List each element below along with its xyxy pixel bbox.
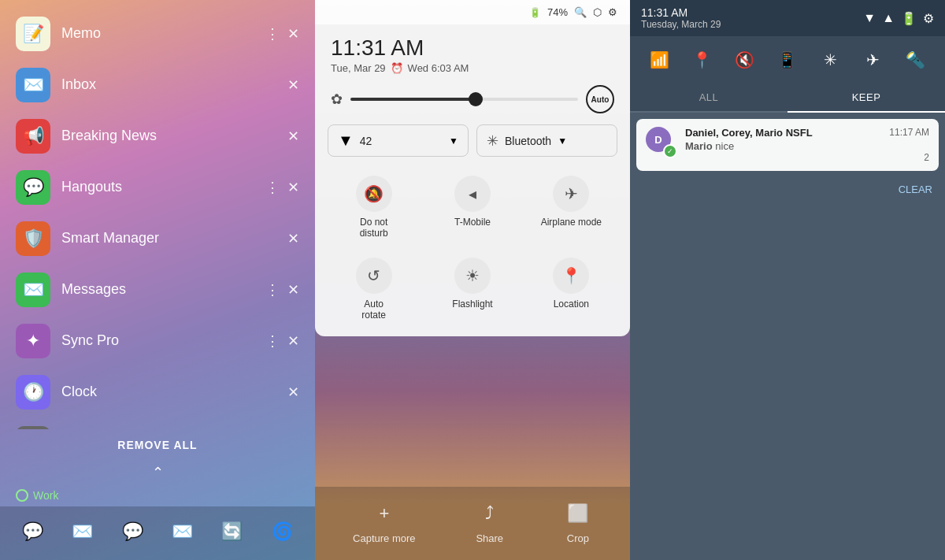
app-icon-inbox: ✉️ [16, 68, 50, 102]
app-item-sync-pro[interactable]: ✦ Sync Pro ⋮ ✕ [0, 315, 315, 366]
app-item-hangouts[interactable]: 💬 Hangouts ⋮ ✕ [0, 161, 315, 213]
bluetooth-icon: ✳ [487, 132, 498, 150]
airplane-quick-icon[interactable]: ✈ [859, 46, 888, 74]
action-label-crop: Crop [567, 532, 589, 544]
app-icon-hangouts: 💬 [16, 170, 50, 205]
flashlight-quick-icon[interactable]: 🔦 [902, 46, 930, 74]
battery-icon: 🔋 [529, 7, 541, 18]
app-name-inbox: Inbox [61, 76, 287, 93]
dock-icon-0[interactable]: 💬 [14, 513, 52, 551]
action-crop[interactable]: ⬜ Crop [564, 499, 592, 544]
dock-icon-1[interactable]: ✉️ [64, 513, 102, 551]
wifi-dropdown-icon[interactable]: ▼ [449, 135, 458, 146]
alarm-time: Wed 6:03 AM [408, 62, 469, 74]
app-item-messages[interactable]: ✉️ Messages ⋮ ✕ [0, 264, 315, 315]
right-status-icons: ▼ ▲ 🔋 ⚙ [863, 11, 934, 26]
tile-icon-auto-rotate: ↺ [356, 258, 392, 294]
bottom-actions: + Capture more ⤴ Share ⬜ Crop [315, 487, 630, 560]
tile-label-location: Location [554, 299, 589, 310]
alarm-icon: ⏰ [391, 62, 403, 74]
close-icon-messages[interactable]: ✕ [287, 281, 299, 299]
close-icon-breaking-news[interactable]: ✕ [287, 128, 299, 145]
tile-location[interactable]: 📍 Location [525, 251, 617, 327]
bluetooth-label: Bluetooth [505, 135, 551, 147]
notification-bar: 🔋 74% 🔍 ⬡ ⚙ [315, 0, 630, 24]
time-sub: Tue, Mar 29 ⏰ Wed 6:03 AM [331, 62, 614, 74]
clear-button[interactable]: CLEAR [630, 177, 945, 202]
app-item-clock[interactable]: 🕐 Clock ✕ [0, 366, 315, 417]
screen-quick-icon[interactable]: 📱 [773, 46, 802, 74]
tile-t-mobile[interactable]: ◂ T-Mobile [426, 169, 518, 245]
bluetooth-block[interactable]: ✳ Bluetooth ▼ [476, 124, 617, 157]
resize-icon-hangouts[interactable]: ⋮ [265, 179, 280, 196]
tile-label-flashlight: Flashlight [452, 299, 492, 310]
tile-icon-airplane: ✈ [553, 176, 589, 212]
date-display: Tue, Mar 29 [331, 62, 386, 74]
settings-icon[interactable]: ⚙ [608, 6, 617, 18]
search-icon[interactable]: 🔍 [574, 6, 587, 18]
resize-icon-messages[interactable]: ⋮ [265, 281, 280, 299]
work-circle-icon [16, 489, 28, 502]
tile-do-not-disturb[interactable]: 🔕 Do notdisturb [328, 169, 420, 245]
wifi-info: 42 [360, 135, 443, 147]
resize-icon-sync-pro[interactable]: ⋮ [265, 332, 280, 350]
brightness-slider[interactable] [350, 98, 578, 101]
notification-item[interactable]: D ✓ Daniel, Corey, Mario NSFL 11:17 AM M… [636, 119, 939, 171]
time-block: 11:31 AM Tue, Mar 29 ⏰ Wed 6:03 AM [315, 24, 630, 80]
location-quick-icon[interactable]: 📍 [687, 46, 716, 74]
quick-settings-panel: 11:31 AM Tue, Mar 29 ⏰ Wed 6:03 AM ✿ Aut… [315, 24, 630, 336]
app-controls-inbox: ✕ [287, 76, 299, 94]
app-controls-memo: ⋮ ✕ [265, 25, 299, 43]
tile-flashlight[interactable]: ☀ Flashlight [426, 251, 518, 327]
action-share[interactable]: ⤴ Share [476, 499, 504, 544]
app-item-inbox[interactable]: ✉️ Inbox ✕ [0, 59, 315, 110]
time-display: 11:31 AM [331, 35, 614, 61]
bluetooth-dropdown-icon[interactable]: ▼ [558, 135, 567, 146]
tile-airplane[interactable]: ✈ Airplane mode [525, 169, 617, 245]
chevron-up-icon[interactable]: ⌃ [0, 461, 315, 484]
close-icon-memo[interactable]: ✕ [287, 25, 299, 43]
dock-icon-4[interactable]: 🔄 [213, 513, 251, 551]
app-name-smart-manager: Smart Manager [61, 230, 287, 247]
app-controls-messages: ⋮ ✕ [265, 281, 299, 299]
action-capture-more[interactable]: + Capture more [353, 499, 415, 544]
close-icon-hangouts[interactable]: ✕ [287, 179, 299, 196]
tile-auto-rotate[interactable]: ↺ Autorotate [328, 251, 420, 327]
app-item-breaking-news[interactable]: 📢 Breaking News ✕ [0, 110, 315, 161]
app-item-memo[interactable]: 📝 Memo ⋮ ✕ [0, 8, 315, 59]
settings-status-icon[interactable]: ⚙ [923, 11, 934, 26]
dock-icon-5[interactable]: 🌀 [263, 513, 301, 551]
close-icon-clock[interactable]: ✕ [287, 384, 299, 401]
dock-icon-2[interactable]: 💬 [113, 513, 151, 551]
close-icon-sync-pro[interactable]: ✕ [287, 332, 299, 350]
bluetooth-quick-icon[interactable]: ✳ [816, 46, 844, 74]
wifi-quick-icon[interactable]: 📶 [645, 46, 673, 74]
tab-keep[interactable]: KEEP [788, 83, 945, 113]
app-name-sync-pro: Sync Pro [61, 332, 265, 349]
tab-all[interactable]: ALL [630, 83, 788, 111]
resize-icon-memo[interactable]: ⋮ [265, 25, 280, 43]
avatar-badge: ✓ [663, 144, 677, 158]
wifi-icon: ▼ [338, 132, 354, 150]
dock-icon-3[interactable]: ✉️ [164, 513, 202, 551]
mute-quick-icon[interactable]: 🔇 [731, 46, 759, 74]
close-icon-smart-manager[interactable]: ✕ [287, 230, 299, 247]
close-icon-inbox[interactable]: ✕ [287, 76, 299, 94]
app-controls-clock: ✕ [287, 384, 299, 401]
remove-all-button[interactable]: REMOVE ALL [0, 429, 315, 461]
tile-label-t-mobile: T-Mobile [454, 217, 491, 228]
app-name-clock: Clock [61, 384, 287, 400]
wifi-block[interactable]: ▼ 42 ▼ [328, 124, 469, 157]
quick-icons-bar: 📶 📍 🔇 📱 ✳ ✈ 🔦 [630, 36, 945, 83]
battery-percent: 74% [547, 6, 568, 18]
app-name-messages: Messages [61, 281, 265, 298]
app-item-settings[interactable]: ⚙️ Settings ✕ [0, 417, 315, 429]
right-time-date: 11:31 AM Tuesday, March 29 [641, 6, 721, 30]
notif-message: nice [715, 140, 734, 152]
display-icon[interactable]: ⬡ [593, 6, 602, 18]
app-item-smart-manager[interactable]: 🛡️ Smart Manager ✕ [0, 213, 315, 264]
app-icon-breaking-news: 📢 [16, 119, 50, 154]
middle-panel: 🔋 74% 🔍 ⬡ ⚙ 11:31 AM Tue, Mar 29 ⏰ Wed 6… [315, 0, 630, 560]
tile-label-do-not-disturb: Do notdisturb [360, 217, 388, 239]
auto-badge[interactable]: Auto [586, 85, 614, 113]
